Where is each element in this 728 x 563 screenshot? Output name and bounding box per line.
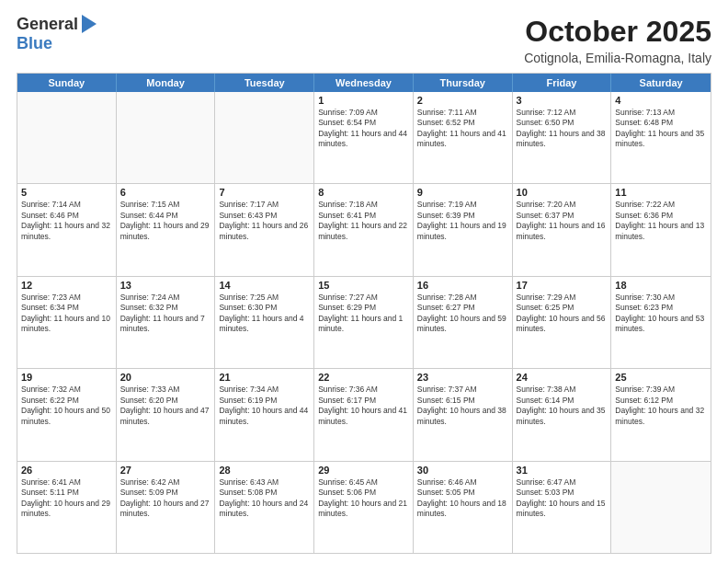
calendar-cell-22: 22Sunrise: 7:36 AM Sunset: 6:17 PM Dayli… — [314, 369, 414, 460]
cell-info: Sunrise: 7:19 AM Sunset: 6:39 PM Dayligh… — [417, 200, 508, 242]
calendar-cell-24: 24Sunrise: 7:38 AM Sunset: 6:14 PM Dayli… — [513, 369, 612, 460]
calendar-row-4: 26Sunrise: 6:41 AM Sunset: 5:11 PM Dayli… — [17, 461, 711, 553]
calendar-cell-21: 21Sunrise: 7:34 AM Sunset: 6:19 PM Dayli… — [215, 369, 314, 460]
calendar-cell-28: 28Sunrise: 6:43 AM Sunset: 5:08 PM Dayli… — [215, 462, 314, 553]
day-number: 23 — [417, 372, 508, 383]
calendar-cell-8: 8Sunrise: 7:18 AM Sunset: 6:41 PM Daylig… — [314, 184, 414, 275]
cell-info: Sunrise: 6:43 AM Sunset: 5:08 PM Dayligh… — [219, 477, 310, 520]
cell-info: Sunrise: 7:14 AM Sunset: 6:46 PM Dayligh… — [21, 200, 112, 242]
cell-info: Sunrise: 7:09 AM Sunset: 6:54 PM Dayligh… — [318, 108, 409, 150]
cell-info: Sunrise: 7:23 AM Sunset: 6:34 PM Dayligh… — [21, 293, 112, 335]
calendar-header: SundayMondayTuesdayWednesdayThursdayFrid… — [17, 74, 711, 92]
calendar-cell-9: 9Sunrise: 7:19 AM Sunset: 6:39 PM Daylig… — [414, 184, 513, 275]
cell-info: Sunrise: 6:41 AM Sunset: 5:11 PM Dayligh… — [21, 477, 112, 520]
header: General Blue October 2025 Cotignola, Emi… — [17, 15, 711, 65]
day-number: 15 — [318, 280, 409, 291]
day-number: 24 — [517, 372, 608, 383]
cell-info: Sunrise: 6:46 AM Sunset: 5:05 PM Dayligh… — [417, 477, 508, 520]
calendar-cell-27: 27Sunrise: 6:42 AM Sunset: 5:09 PM Dayli… — [117, 462, 216, 553]
calendar-cell-empty-0-2 — [215, 92, 314, 183]
location: Cotignola, Emilia-Romagna, Italy — [524, 51, 711, 65]
calendar-row-0: 1Sunrise: 7:09 AM Sunset: 6:54 PM Daylig… — [17, 92, 711, 183]
logo: General Blue — [17, 15, 97, 53]
day-number: 4 — [615, 95, 707, 106]
calendar-body: 1Sunrise: 7:09 AM Sunset: 6:54 PM Daylig… — [17, 92, 711, 553]
day-number: 13 — [120, 280, 211, 291]
calendar-cell-empty-0-1 — [117, 92, 216, 183]
day-number: 14 — [219, 280, 310, 291]
cell-info: Sunrise: 6:47 AM Sunset: 5:03 PM Dayligh… — [517, 477, 608, 520]
day-number: 19 — [21, 372, 112, 383]
cell-info: Sunrise: 7:34 AM Sunset: 6:19 PM Dayligh… — [219, 385, 310, 427]
calendar-cell-18: 18Sunrise: 7:30 AM Sunset: 6:23 PM Dayli… — [611, 277, 711, 368]
calendar-cell-29: 29Sunrise: 6:45 AM Sunset: 5:06 PM Dayli… — [314, 462, 414, 553]
day-number: 18 — [615, 280, 707, 291]
calendar-cell-11: 11Sunrise: 7:22 AM Sunset: 6:36 PM Dayli… — [611, 184, 711, 275]
calendar-cell-12: 12Sunrise: 7:23 AM Sunset: 6:34 PM Dayli… — [17, 277, 117, 368]
day-number: 30 — [417, 465, 508, 476]
calendar-cell-17: 17Sunrise: 7:29 AM Sunset: 6:25 PM Dayli… — [513, 277, 612, 368]
cell-info: Sunrise: 7:33 AM Sunset: 6:20 PM Dayligh… — [120, 385, 211, 427]
logo-general-text: General — [17, 15, 78, 34]
month-title: October 2025 — [524, 15, 711, 49]
calendar-cell-19: 19Sunrise: 7:32 AM Sunset: 6:22 PM Dayli… — [17, 369, 117, 460]
calendar-cell-15: 15Sunrise: 7:27 AM Sunset: 6:29 PM Dayli… — [314, 277, 414, 368]
header-day-friday: Friday — [513, 74, 612, 92]
day-number: 3 — [517, 95, 608, 106]
cell-info: Sunrise: 7:15 AM Sunset: 6:44 PM Dayligh… — [120, 200, 211, 242]
calendar-cell-10: 10Sunrise: 7:20 AM Sunset: 6:37 PM Dayli… — [513, 184, 612, 275]
cell-info: Sunrise: 7:11 AM Sunset: 6:52 PM Dayligh… — [417, 108, 508, 150]
page: General Blue October 2025 Cotignola, Emi… — [0, 0, 728, 563]
calendar-cell-empty-4-6 — [611, 462, 711, 553]
cell-info: Sunrise: 7:24 AM Sunset: 6:32 PM Dayligh… — [120, 293, 211, 335]
calendar-cell-6: 6Sunrise: 7:15 AM Sunset: 6:44 PM Daylig… — [117, 184, 216, 275]
calendar: SundayMondayTuesdayWednesdayThursdayFrid… — [17, 73, 711, 554]
cell-info: Sunrise: 7:29 AM Sunset: 6:25 PM Dayligh… — [517, 293, 608, 335]
cell-info: Sunrise: 7:27 AM Sunset: 6:29 PM Dayligh… — [318, 293, 409, 335]
day-number: 11 — [615, 187, 707, 198]
calendar-cell-5: 5Sunrise: 7:14 AM Sunset: 6:46 PM Daylig… — [17, 184, 117, 275]
day-number: 17 — [517, 280, 608, 291]
cell-info: Sunrise: 7:12 AM Sunset: 6:50 PM Dayligh… — [517, 108, 608, 150]
day-number: 5 — [21, 187, 112, 198]
day-number: 27 — [120, 465, 211, 476]
cell-info: Sunrise: 7:17 AM Sunset: 6:43 PM Dayligh… — [219, 200, 310, 242]
header-day-tuesday: Tuesday — [215, 74, 314, 92]
cell-info: Sunrise: 7:28 AM Sunset: 6:27 PM Dayligh… — [417, 293, 508, 335]
calendar-cell-20: 20Sunrise: 7:33 AM Sunset: 6:20 PM Dayli… — [117, 369, 216, 460]
day-number: 10 — [517, 187, 608, 198]
calendar-cell-7: 7Sunrise: 7:17 AM Sunset: 6:43 PM Daylig… — [215, 184, 314, 275]
cell-info: Sunrise: 7:36 AM Sunset: 6:17 PM Dayligh… — [318, 385, 409, 427]
cell-info: Sunrise: 7:38 AM Sunset: 6:14 PM Dayligh… — [517, 385, 608, 427]
day-number: 25 — [615, 372, 707, 383]
cell-info: Sunrise: 7:39 AM Sunset: 6:12 PM Dayligh… — [615, 385, 707, 427]
day-number: 20 — [120, 372, 211, 383]
header-day-wednesday: Wednesday — [314, 74, 414, 92]
day-number: 2 — [417, 95, 508, 106]
calendar-cell-4: 4Sunrise: 7:13 AM Sunset: 6:48 PM Daylig… — [611, 92, 711, 183]
cell-info: Sunrise: 7:20 AM Sunset: 6:37 PM Dayligh… — [517, 200, 608, 242]
calendar-cell-16: 16Sunrise: 7:28 AM Sunset: 6:27 PM Dayli… — [414, 277, 513, 368]
header-day-monday: Monday — [117, 74, 216, 92]
day-number: 1 — [318, 95, 409, 106]
cell-info: Sunrise: 6:42 AM Sunset: 5:09 PM Dayligh… — [120, 477, 211, 520]
day-number: 7 — [219, 187, 310, 198]
day-number: 21 — [219, 372, 310, 383]
header-day-saturday: Saturday — [611, 74, 711, 92]
header-day-thursday: Thursday — [414, 74, 513, 92]
day-number: 22 — [318, 372, 409, 383]
cell-info: Sunrise: 7:18 AM Sunset: 6:41 PM Dayligh… — [318, 200, 409, 242]
day-number: 31 — [517, 465, 608, 476]
day-number: 6 — [120, 187, 211, 198]
calendar-row-1: 5Sunrise: 7:14 AM Sunset: 6:46 PM Daylig… — [17, 183, 711, 275]
calendar-row-3: 19Sunrise: 7:32 AM Sunset: 6:22 PM Dayli… — [17, 368, 711, 460]
day-number: 8 — [318, 187, 409, 198]
calendar-cell-25: 25Sunrise: 7:39 AM Sunset: 6:12 PM Dayli… — [611, 369, 711, 460]
calendar-cell-23: 23Sunrise: 7:37 AM Sunset: 6:15 PM Dayli… — [414, 369, 513, 460]
calendar-row-2: 12Sunrise: 7:23 AM Sunset: 6:34 PM Dayli… — [17, 276, 711, 368]
day-number: 28 — [219, 465, 310, 476]
calendar-cell-14: 14Sunrise: 7:25 AM Sunset: 6:30 PM Dayli… — [215, 277, 314, 368]
day-number: 16 — [417, 280, 508, 291]
logo-arrow-icon — [82, 15, 97, 33]
calendar-cell-2: 2Sunrise: 7:11 AM Sunset: 6:52 PM Daylig… — [414, 92, 513, 183]
